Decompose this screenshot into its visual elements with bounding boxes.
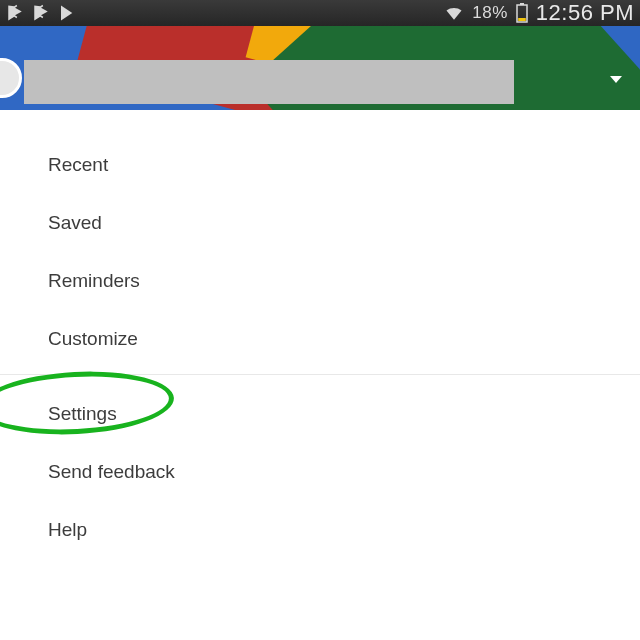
- play-store-icon: [58, 4, 76, 22]
- menu-item-recent[interactable]: Recent: [0, 136, 640, 194]
- menu-item-label: Settings: [48, 403, 117, 424]
- menu-item-label: Recent: [48, 154, 108, 175]
- menu-item-reminders[interactable]: Reminders: [0, 252, 640, 310]
- account-dropdown-caret-icon[interactable]: [610, 76, 622, 83]
- search-input[interactable]: [24, 60, 514, 104]
- menu-item-label: Help: [48, 519, 87, 540]
- menu-item-saved[interactable]: Saved: [0, 194, 640, 252]
- nav-drawer-menu: Recent Saved Reminders Customize Setting…: [0, 110, 640, 559]
- play-badge-icon: [32, 4, 50, 22]
- svg-rect-2: [518, 18, 526, 21]
- battery-icon: [516, 3, 528, 23]
- menu-item-label: Reminders: [48, 270, 140, 291]
- menu-divider: [0, 374, 640, 375]
- menu-item-label: Customize: [48, 328, 138, 349]
- menu-item-send-feedback[interactable]: Send feedback: [0, 443, 640, 501]
- play-badge-icon: [6, 4, 24, 22]
- menu-item-help[interactable]: Help: [0, 501, 640, 559]
- status-time: 12:56 PM: [536, 0, 634, 26]
- wifi-icon: [444, 3, 464, 23]
- status-bar: 18% 12:56 PM: [0, 0, 640, 26]
- menu-item-customize[interactable]: Customize: [0, 310, 640, 368]
- svg-rect-1: [520, 3, 524, 5]
- menu-item-settings[interactable]: Settings: [0, 385, 640, 443]
- menu-item-label: Saved: [48, 212, 102, 233]
- battery-percent: 18%: [472, 3, 508, 23]
- app-header: [0, 26, 640, 110]
- menu-item-label: Send feedback: [48, 461, 175, 482]
